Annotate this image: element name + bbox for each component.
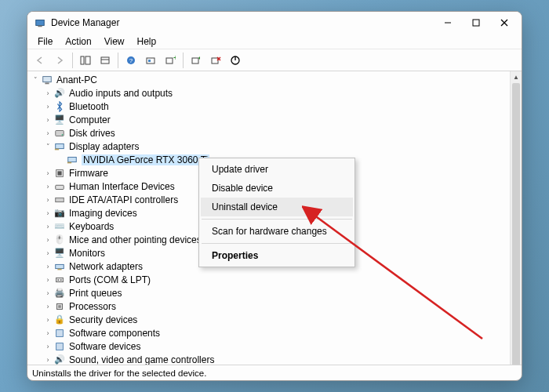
caret-right-icon[interactable]: › [43, 249, 53, 258]
processor-icon [53, 300, 66, 313]
caret-right-icon[interactable]: › [43, 222, 53, 231]
svg-rect-8 [101, 57, 109, 64]
caret-right-icon[interactable]: › [43, 195, 53, 205]
scroll-thumb[interactable] [512, 83, 520, 365]
disable-device-button[interactable] [226, 52, 245, 69]
svg-rect-19 [43, 76, 52, 82]
maximize-button[interactable] [462, 13, 490, 32]
menu-view[interactable]: View [99, 35, 130, 48]
window-title: Device Manager [51, 17, 434, 28]
scroll-up-button[interactable]: ▲ [511, 71, 522, 83]
menubar: File Action View Help [27, 34, 522, 49]
ctx-scan-hardware[interactable]: Scan for hardware changes [201, 222, 353, 241]
tree-item[interactable]: ›🔊Audio inputs and outputs [27, 86, 510, 100]
svg-rect-30 [56, 198, 64, 201]
ctx-update-driver[interactable]: Update driver [201, 160, 353, 179]
svg-point-22 [62, 133, 64, 135]
caret-down-icon[interactable]: ˅ [43, 142, 53, 151]
software-device-icon [53, 340, 66, 353]
vertical-scrollbar[interactable]: ▲ ▼ [510, 71, 522, 365]
svg-rect-7 [85, 56, 90, 64]
statusbar: Uninstalls the driver for the selected d… [27, 365, 522, 380]
back-button[interactable] [31, 52, 49, 69]
tree-item[interactable]: ›Disk drives [27, 126, 510, 140]
caret-right-icon[interactable]: › [43, 89, 53, 98]
svg-rect-28 [57, 171, 61, 175]
tree-item[interactable]: ›Ports (COM & LPT) [27, 273, 510, 286]
caret-right-icon[interactable]: › [43, 129, 53, 138]
properties-button[interactable] [96, 52, 115, 69]
svg-text:+: + [173, 56, 176, 62]
caret-right-icon[interactable]: › [43, 275, 53, 285]
svg-point-34 [57, 279, 59, 281]
computer-icon [41, 74, 53, 86]
add-legacy-hardware-button[interactable]: + [161, 52, 180, 69]
tree-item-label: Display adapters [69, 141, 139, 152]
caret-right-icon[interactable]: › [43, 342, 53, 351]
caret-right-icon[interactable]: › [43, 262, 53, 271]
caret-right-icon[interactable]: › [43, 328, 53, 338]
caret-right-icon[interactable]: › [43, 315, 53, 325]
ctx-disable-device[interactable]: Disable device [201, 179, 353, 198]
ide-icon [53, 194, 66, 206]
tree-item[interactable]: ›🔊Sound, video and game controllers [27, 353, 510, 365]
update-driver-button[interactable] [187, 52, 205, 69]
tree-item[interactable]: ›🖨️Print queues [27, 286, 510, 299]
security-icon: 🔒 [53, 314, 66, 326]
caret-right-icon[interactable]: › [43, 355, 53, 365]
tree-item-label: Human Interface Devices [69, 181, 175, 192]
scroll-track[interactable] [511, 83, 522, 353]
tree-item-label: Ports (COM & LPT) [69, 274, 151, 285]
tree-item-label: Print queues [69, 288, 122, 299]
tree-item[interactable]: ›Processors [27, 299, 510, 313]
tree-item[interactable]: ›🖥️Computer [27, 113, 510, 126]
caret-right-icon[interactable]: › [43, 302, 53, 311]
minimize-button[interactable] [434, 13, 462, 32]
tree-item[interactable]: ›Bluetooth [27, 100, 510, 113]
menu-help[interactable]: Help [132, 35, 162, 48]
tree-item-label: Keyboards [69, 221, 114, 232]
statusbar-text: Uninstalls the driver for the selected d… [32, 368, 206, 378]
hid-icon [53, 180, 66, 193]
ctx-uninstall-device[interactable]: Uninstall device [201, 198, 353, 216]
tree-item[interactable]: ›Software devices [27, 339, 510, 353]
display-adapter-icon [53, 140, 66, 153]
caret-right-icon[interactable]: › [43, 182, 53, 191]
svg-rect-1 [38, 26, 42, 27]
caret-right-icon[interactable]: › [43, 289, 53, 298]
separator [118, 53, 118, 68]
tree-item-label: Disk drives [69, 128, 115, 139]
caret-right-icon[interactable]: › [43, 115, 53, 125]
scan-hardware-button[interactable] [141, 52, 160, 69]
svg-rect-38 [56, 329, 64, 336]
close-button[interactable] [490, 13, 518, 32]
show-hide-tree-button[interactable] [76, 52, 95, 69]
caret-right-icon[interactable]: › [43, 102, 53, 111]
context-menu: Update driver Disable device Uninstall d… [198, 158, 355, 267]
tree-item[interactable]: ›Software components [27, 326, 510, 339]
svg-rect-14 [166, 58, 173, 64]
tree-root-label: Anant-PC [56, 74, 97, 85]
caret-down-icon[interactable]: ˅ [31, 75, 40, 85]
menu-action[interactable]: Action [60, 35, 96, 48]
tree-item[interactable]: ›🔒Security devices [27, 313, 510, 326]
monitor-icon: 🖥️ [53, 247, 66, 260]
forward-button[interactable] [50, 52, 69, 69]
caret-right-icon[interactable]: › [43, 209, 53, 218]
help-button[interactable]: ? [122, 52, 140, 69]
printer-icon: 🖨️ [53, 287, 66, 299]
sound-icon: 🔊 [53, 354, 66, 365]
ctx-properties[interactable]: Properties [201, 246, 353, 265]
audio-icon: 🔊 [53, 87, 66, 100]
uninstall-device-button[interactable] [206, 52, 225, 69]
tree-item-display-adapters[interactable]: ˅Display adapters [27, 140, 510, 153]
tree-item-label: Network adapters [69, 261, 143, 272]
caret-right-icon[interactable]: › [43, 235, 53, 245]
keyboard-icon: ⌨️ [53, 220, 66, 233]
caret-right-icon[interactable]: › [43, 169, 53, 178]
svg-rect-16 [192, 58, 198, 64]
svg-rect-6 [81, 56, 84, 64]
menu-file[interactable]: File [32, 35, 58, 48]
tree-root[interactable]: ˅ Anant-PC [27, 73, 510, 86]
toolbar: ? + [27, 49, 522, 71]
